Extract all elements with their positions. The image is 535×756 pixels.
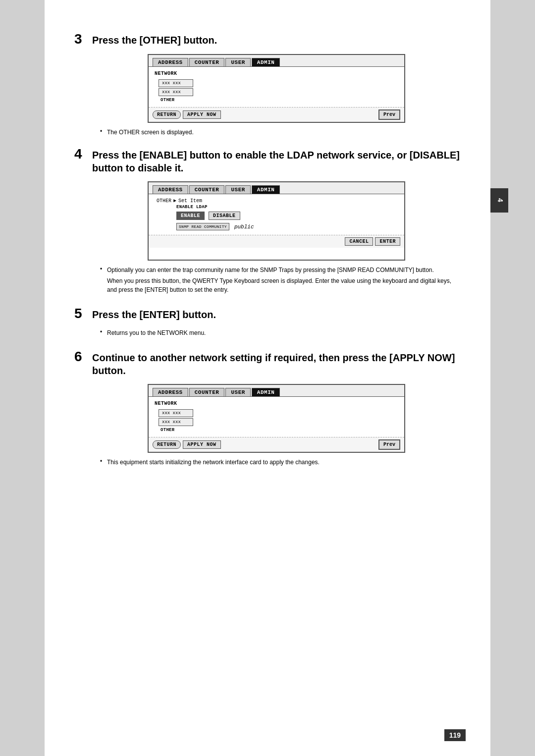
screen3-return-btn[interactable]: RETURN bbox=[153, 440, 181, 449]
tab-address-3[interactable]: ADDRESS bbox=[153, 388, 188, 396]
screen1-label: NETWORK bbox=[155, 71, 398, 76]
note-step3-text: The OTHER screen is displayed. bbox=[107, 128, 194, 137]
screen-mockup-1: ADDRESS COUNTER USER ADMIN NETWORK xxx x… bbox=[148, 54, 405, 123]
screen2-enable-disable-row: ENABLE DISABLE bbox=[176, 212, 396, 220]
step-6-text: Continue to another network setting if r… bbox=[92, 349, 461, 377]
note-step3: • The OTHER screen is displayed. bbox=[100, 128, 461, 137]
screen3-applynow-btn[interactable]: APPLY NOW bbox=[183, 440, 221, 449]
screen1-tabs: ADDRESS COUNTER USER ADMIN bbox=[149, 55, 404, 67]
tab-address-2[interactable]: ADDRESS bbox=[153, 185, 188, 194]
screen-mockup-2: ADDRESS COUNTER USER ADMIN OTHER ► Set I… bbox=[148, 181, 405, 261]
tab-user-2[interactable]: USER bbox=[225, 185, 250, 194]
screen2-set-item-row: OTHER ► Set Item bbox=[157, 198, 396, 204]
step-5-number: 5 bbox=[74, 306, 92, 322]
note-step4-1: • Optionally you can enter the trap comm… bbox=[100, 266, 461, 274]
note-step6: • This equipment starts initializing the… bbox=[100, 458, 461, 467]
screen3-menu-item-1[interactable]: xxx xxx bbox=[159, 409, 193, 417]
screen2-snmp-value[interactable]: public bbox=[231, 223, 257, 231]
screen2-snmp-label[interactable]: SNMP READ COMMUNITY bbox=[176, 223, 229, 230]
screen3-prev-btn[interactable]: Prev bbox=[378, 439, 400, 450]
step-4-number: 4 bbox=[74, 147, 92, 162]
tab-counter-3[interactable]: COUNTER bbox=[189, 388, 225, 396]
tab-counter-1[interactable]: COUNTER bbox=[189, 58, 225, 66]
screen1-menu-item-2[interactable]: xxx xxx bbox=[159, 88, 193, 96]
step-4-text: Press the [ENABLE] button to enable the … bbox=[92, 147, 461, 174]
step-5: 5 Press the [ENTER] button. bbox=[74, 306, 461, 322]
page-number: 119 bbox=[444, 729, 466, 741]
note-step5-text: Returns you to the NETWORK menu. bbox=[107, 328, 206, 337]
note-step4-2-text: When you press this button, the QWERTY T… bbox=[107, 277, 451, 293]
tab-address-1[interactable]: ADDRESS bbox=[153, 58, 188, 66]
step-3: 3 Press the [OTHER] button. bbox=[74, 32, 461, 47]
screen2-enter-btn[interactable]: ENTER bbox=[375, 237, 400, 246]
screen2-footer: CANCEL ENTER bbox=[149, 235, 404, 248]
screen3-tabs: ADDRESS COUNTER USER ADMIN bbox=[149, 385, 404, 397]
step-3-text: Press the [OTHER] button. bbox=[92, 32, 217, 47]
screen2-enable-ldap-label: ENABLE LDAP bbox=[176, 205, 396, 210]
screen3-footer: RETURN APPLY NOW Prev bbox=[149, 437, 404, 452]
note-step5: • Returns you to the NETWORK menu. bbox=[100, 328, 461, 337]
tab-user-1[interactable]: USER bbox=[225, 58, 250, 66]
screen1-prev-btn[interactable]: Prev bbox=[378, 109, 400, 120]
tab-counter-2[interactable]: COUNTER bbox=[189, 185, 225, 194]
step-3-number: 3 bbox=[74, 32, 92, 47]
screen2-section-label: OTHER bbox=[157, 198, 171, 204]
note-step4-2: When you press this button, the QWERTY T… bbox=[107, 276, 461, 294]
step-4: 4 Press the [ENABLE] button to enable th… bbox=[74, 147, 461, 174]
screen3-label: NETWORK bbox=[155, 401, 398, 406]
step-6: 6 Continue to another network setting if… bbox=[74, 349, 461, 377]
screen1-footer: RETURN APPLY NOW Prev bbox=[149, 107, 404, 122]
tab-user-3[interactable]: USER bbox=[225, 388, 250, 396]
screen2-disable-btn[interactable]: DISABLE bbox=[209, 212, 240, 220]
screen3-menu-item-2[interactable]: xxx xxx bbox=[159, 418, 193, 426]
step-5-text: Press the [ENTER] button. bbox=[92, 306, 216, 321]
tab-admin-2[interactable]: ADMIN bbox=[252, 185, 280, 194]
arrow-icon: ► bbox=[173, 198, 176, 204]
screen1-body: NETWORK xxx xxx xxx xxx OTHER bbox=[149, 67, 404, 107]
screen1-return-btn[interactable]: RETURN bbox=[153, 110, 181, 119]
screen3-body: NETWORK xxx xxx xxx xxx OTHER bbox=[149, 397, 404, 437]
note-step4-1-text: Optionally you can enter the trap commun… bbox=[107, 266, 434, 274]
tab-admin-1[interactable]: ADMIN bbox=[252, 58, 280, 66]
screen3-other-btn[interactable]: OTHER bbox=[159, 427, 398, 433]
step-6-number: 6 bbox=[74, 349, 92, 365]
screen1-applynow-btn[interactable]: APPLY NOW bbox=[183, 110, 221, 119]
screen2-enable-btn[interactable]: ENABLE bbox=[176, 212, 205, 220]
screen-mockup-3: ADDRESS COUNTER USER ADMIN NETWORK xxx x… bbox=[148, 384, 405, 453]
screen2-snmp-row: SNMP READ COMMUNITY public bbox=[176, 223, 396, 231]
screen1-menu-item-1[interactable]: xxx xxx bbox=[159, 79, 193, 87]
side-tab: 4 bbox=[490, 188, 508, 213]
tab-admin-3[interactable]: ADMIN bbox=[252, 388, 280, 396]
screen1-other-btn[interactable]: OTHER bbox=[159, 97, 398, 103]
screen2-tabs: ADDRESS COUNTER USER ADMIN bbox=[149, 182, 404, 194]
screen2-set-item: Set Item bbox=[178, 198, 202, 204]
note-step6-text: This equipment starts initializing the n… bbox=[107, 458, 320, 467]
screen2-cancel-btn[interactable]: CANCEL bbox=[345, 237, 373, 246]
screen2-body: OTHER ► Set Item ENABLE LDAP ENABLE DISA… bbox=[149, 194, 404, 235]
